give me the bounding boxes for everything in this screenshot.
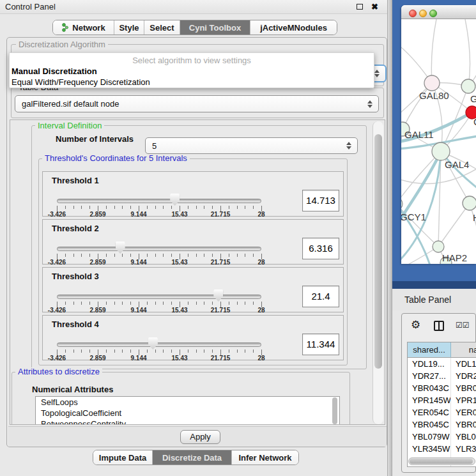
tick-label: 15.43 [171,211,187,218]
network-node-gal4[interactable] [432,142,450,160]
minor-tick [89,254,90,257]
cell-name: YDL1 [451,358,476,370]
minor-tick [212,206,213,209]
tab-network[interactable]: Network [53,20,114,35]
network-node-hap2[interactable] [433,241,444,252]
slider-track[interactable] [57,247,261,251]
tick-label: 2.859 [89,259,105,266]
tab-jactivemnodules[interactable]: jActiveMNodules [250,20,337,35]
network-view[interactable]: GAL80GACGAL11GAL4GCY1HHAP2 [401,19,476,264]
tab-cyni-toolbox[interactable]: Cyni Toolbox [180,20,250,35]
tick-label: -3.426 [48,307,66,314]
bottom-tab-bar: Impute Data Discretize Data Infer Networ… [93,450,299,465]
attribute-list-item[interactable]: TopologicalCoefficient [36,408,339,418]
discretization-algorithm-title: Discretization Algorithm [16,40,108,49]
tab-style-label: Style [119,23,139,33]
slider-thumb[interactable] [213,289,223,302]
network-node-label: GCY1 [401,211,426,222]
minor-tick [237,206,238,209]
tick-label: 21.715 [211,211,231,218]
scrollbar-thumb[interactable] [410,459,473,464]
select-columns-checkboxes-icon[interactable]: ☑☑ [456,321,470,330]
network-window-titlebar [401,5,476,19]
float-window-icon[interactable] [357,4,363,10]
close-icon[interactable]: ✖ [371,1,378,13]
table-row[interactable]: YER054CYER0 [408,406,476,418]
columns-icon[interactable] [434,321,444,331]
table-row[interactable]: YBL079WYBL0 [408,431,476,443]
slider-thumb[interactable] [170,194,180,206]
algorithm-dropdown-popup: Select algorithm to view settings Manual… [9,52,374,88]
numerical-attributes-list[interactable]: SelfLoopsTopologicalCoefficientBetweenne… [35,396,340,425]
tick-label: 21.715 [211,259,231,266]
gear-icon[interactable]: ⚙ [411,319,420,332]
table-data-combobox[interactable]: galFiltered.sif default node [15,95,379,112]
minor-tick [81,302,82,305]
minor-tick [253,206,254,209]
network-node-h[interactable] [463,196,476,210]
tab-infer-network[interactable]: Infer Network [231,450,298,464]
network-node-label: GAL11 [404,129,434,140]
tab-infer-network-label: Infer Network [238,453,291,463]
network-node-gal80[interactable] [424,75,440,91]
minor-tick [237,254,238,257]
slider-ticks [57,254,261,259]
minor-tick [188,206,188,209]
network-edge [431,19,436,83]
minor-tick [106,349,107,353]
column-header-shared-name[interactable]: shared... [408,342,451,358]
threshold-label: Threshold 3 [52,272,99,281]
close-traffic-light-icon[interactable] [409,10,417,17]
minor-tick [196,302,197,305]
attribute-list-item[interactable]: SelfLoops [36,397,339,408]
table-row[interactable]: YLR345WYLR3 [408,443,476,455]
tick-label: 28 [257,259,265,266]
attributes-list-scrollbar[interactable] [332,397,337,424]
minimize-traffic-light-icon[interactable] [419,10,427,17]
network-node-ga[interactable] [461,79,475,93]
combo-arrows-icon [374,69,380,78]
table-data-value: galFiltered.sif default node [22,96,119,112]
minor-tick [81,254,82,257]
minor-tick [245,254,245,257]
table-row[interactable]: YDR27...YDR2 [408,370,476,382]
minor-tick [204,206,204,209]
scrollbar-thumb[interactable] [374,134,382,369]
tick-label: 2.859 [89,211,105,218]
settings-vertical-scrollbar[interactable] [372,121,383,424]
minor-tick [122,254,123,257]
zoom-traffic-light-icon[interactable] [429,10,437,17]
table-row[interactable]: YBR045CYBR0 [408,418,476,431]
slider-track[interactable] [57,342,261,347]
tab-discretize-data[interactable]: Discretize Data [152,450,231,464]
apply-button[interactable]: Apply [180,430,220,444]
tab-select[interactable]: Select [144,20,180,35]
threshold-value-box[interactable]: 6.316 [302,238,339,259]
network-node-gcy1[interactable] [401,197,403,210]
threshold-value-box[interactable]: 11.344 [302,334,339,355]
table-row[interactable]: YPR145WYPR1 [408,394,476,406]
minor-tick [253,349,254,353]
slider-thumb[interactable] [116,242,125,254]
cell-name: YDR2 [451,370,476,382]
algorithm-option-equal-width[interactable]: Equal Width/Frequency Discretization [12,77,150,87]
table-panel-title: Table Panel [404,295,451,305]
column-header-name[interactable]: na [451,342,476,358]
slider-track[interactable] [57,295,261,299]
cell-name: YBR0 [451,418,476,431]
table-row[interactable]: YDL19...YDL1 [408,358,476,370]
tick-label: 9.144 [130,211,146,218]
attribute-list-item[interactable]: BetweennessCentrality [36,418,339,425]
tab-style[interactable]: Style [114,20,144,35]
threshold-value-box[interactable]: 14.713 [302,190,339,211]
slider-track[interactable] [57,199,261,203]
slider-thumb[interactable] [148,337,158,349]
table-row[interactable]: YBR043CYBR0 [408,382,476,394]
tab-impute-data[interactable]: Impute Data [93,450,152,464]
minor-tick [171,302,172,305]
threshold-value-box[interactable]: 21.4 [302,286,339,307]
algorithm-option-manual[interactable]: Manual Discretization [12,66,97,76]
network-graph: GAL80GACGAL11GAL4GCY1HHAP2 [401,19,476,264]
table-horizontal-scrollbar[interactable] [408,457,475,465]
panel-splitter[interactable] [387,0,392,476]
